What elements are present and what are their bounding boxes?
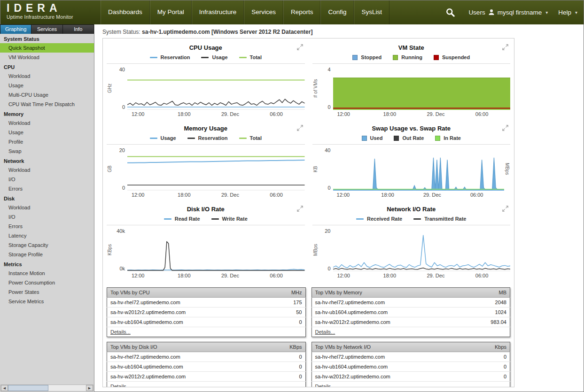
vm-name: sa-hv-rhel72.uptimedemo.com (107, 352, 268, 362)
sidebar-section-memory: Memory (0, 109, 94, 118)
scrollbar-track[interactable] (8, 385, 86, 391)
vm-value: 175 (271, 298, 305, 307)
main-nav: DashboardsMy PortalInfrastructureService… (101, 0, 389, 24)
nav-item-my-portal[interactable]: My Portal (150, 0, 192, 24)
chart-canvas (127, 228, 305, 271)
nav-item-config[interactable]: Config (320, 0, 354, 24)
sidebar-item-multi-cpu-usage[interactable]: Multi-CPU Usage (0, 90, 94, 100)
search-icon[interactable] (445, 8, 455, 17)
sidebar-item-vm-workload[interactable]: VM Workload (0, 53, 94, 62)
y-axis-label: KB (312, 147, 319, 191)
sidebar-horizontal-scrollbar[interactable]: ◀ ▶ (0, 384, 93, 392)
y-tick-label: 0 (122, 104, 125, 110)
sidebar-item-profile[interactable]: Profile (0, 137, 94, 146)
sidebar-item-i-o[interactable]: I/O (0, 212, 94, 222)
users-menu[interactable]: Users (468, 9, 485, 16)
vm-value: 1024 (467, 307, 510, 317)
sidebar-item-workload[interactable]: Workload (0, 165, 94, 175)
status-label: System Status: (102, 29, 140, 35)
sidebar-item-storage-profile[interactable]: Storage Profile (0, 250, 94, 259)
expand-icon[interactable] (297, 206, 303, 212)
nav-item-services[interactable]: Services (244, 0, 283, 24)
x-tick-label: 06:00 (270, 192, 283, 198)
scroll-right-button[interactable]: ▶ (86, 385, 93, 391)
sidebar-item-power-states[interactable]: Power States (0, 287, 94, 297)
table-row: sa-hv-w2012r2.uptimedemo.com50 (107, 307, 306, 317)
x-tick-label: 12:00 (337, 273, 350, 278)
table-top-vms-by-cpu: Top VMs by CPUMHzsa-hv-rhel72.uptimedemo… (107, 287, 306, 337)
legend-label: Total (250, 135, 262, 141)
details-link[interactable]: Details... (110, 384, 131, 387)
nav-item-reports[interactable]: Reports (283, 0, 320, 24)
sidebar-tab-services[interactable]: Services (31, 25, 62, 34)
legend-item-usage: Usage (150, 135, 176, 141)
legend-marker (413, 218, 421, 220)
nav-item-infrastructure[interactable]: Infrastructure (192, 0, 244, 24)
expand-icon[interactable] (502, 206, 508, 212)
scroll-left-button[interactable]: ◀ (1, 385, 8, 391)
legend-item-running: Running (393, 54, 422, 60)
legend-label: Transmitted Rate (424, 216, 466, 222)
sidebar-item-service-metrics[interactable]: Service Metrics (0, 297, 94, 306)
table-header-row: Top VMs by Network I/OKbps (311, 342, 510, 352)
x-axis-ticks: 12:0018:0029. Dec06:00 (333, 111, 511, 119)
sidebar-item-storage-capacity[interactable]: Storage Capacity (0, 240, 94, 250)
table-row: sa-hv-ub1604.uptimedemo.com0 (107, 317, 306, 327)
details-cell: Details... (311, 327, 510, 337)
help-menu[interactable]: Help (558, 9, 571, 16)
x-axis-ticks: 12:0018:0029. Dec06:00 (127, 192, 305, 200)
details-link[interactable]: Details... (110, 329, 131, 335)
nav-item-dashboards[interactable]: Dashboards (101, 0, 150, 24)
sidebar-tab-info[interactable]: Info (63, 25, 93, 34)
legend-label: Usage (212, 54, 227, 60)
tables-grid: Top VMs by CPUMHzsa-hv-rhel72.uptimedemo… (106, 287, 511, 387)
sidebar-item-latency[interactable]: Latency (0, 231, 94, 240)
vm-name: sa-hv-ub1604.uptimedemo.com (107, 317, 271, 327)
sidebar-item-usage[interactable]: Usage (0, 128, 94, 137)
sidebar-item-cpu-wait-time-per-dispatch[interactable]: CPU Wait Time Per Dispatch (0, 100, 94, 109)
sidebar-item-errors[interactable]: Errors (0, 184, 94, 193)
table-row: sa-hv-rhel72.uptimedemo.com0 (107, 352, 306, 362)
y-tick-label: 40 (119, 67, 125, 72)
sidebar-item-errors[interactable]: Errors (0, 222, 94, 231)
expand-icon[interactable] (297, 125, 303, 131)
y-tick-label: 20 (325, 228, 330, 234)
x-tick-label: 18:00 (178, 111, 191, 117)
sidebar-tab-graphing[interactable]: Graphing (0, 25, 31, 34)
nav-item-syslist[interactable]: SysList (354, 0, 389, 24)
legend-marker (211, 218, 219, 220)
expand-icon[interactable] (297, 44, 303, 50)
user-account-menu[interactable]: mysql firstname (498, 9, 542, 16)
chart-legend: UsageReservationTotal (107, 135, 305, 144)
idera-logo[interactable]: IDERA Uptime Infrastructure Monitor (0, 0, 101, 24)
quick-snapshot-panel: CPU UsageReservationUsageTotalGHz40012:0… (102, 38, 514, 387)
vm-value: 0 (473, 352, 510, 362)
legend-label: Stopped (361, 54, 382, 60)
vm-name: sa-hv-w2012r2.uptimedemo.com (107, 307, 271, 317)
table-row: sa-hv-w2012r2.uptimedemo.com0 (107, 372, 306, 382)
sidebar-item-i-o[interactable]: I/O (0, 175, 94, 184)
sidebar-item-quick-snapshot[interactable]: Quick Snapshot (0, 43, 94, 53)
scrollbar-thumb[interactable] (8, 385, 48, 391)
expand-icon[interactable] (502, 44, 508, 50)
x-tick-label: 06:00 (270, 273, 283, 278)
sidebar-item-workload[interactable]: Workload (0, 71, 94, 81)
vm-value: 0 (271, 317, 305, 327)
x-tick-label: 18:00 (381, 192, 394, 198)
sidebar-item-workload[interactable]: Workload (0, 203, 94, 212)
expand-icon[interactable] (502, 125, 508, 131)
x-tick-label: 12:00 (132, 111, 145, 117)
sidebar-item-workload[interactable]: Workload (0, 118, 94, 128)
sidebar-tabs: GraphingServicesInfo (0, 24, 94, 34)
details-link[interactable]: Details... (315, 384, 335, 387)
sidebar-item-instance-motion[interactable]: Instance Motion (0, 269, 94, 278)
details-link[interactable]: Details... (315, 329, 335, 335)
table-row: sa-hv-w2012r2.uptimedemo.com0 (311, 372, 510, 382)
chart-network-i-o-rate: Network I/O RateReceived RateTransmitted… (311, 202, 512, 283)
legend-item-used: Used (362, 135, 383, 141)
sidebar-item-usage[interactable]: Usage (0, 81, 94, 90)
sidebar-item-power-consumption[interactable]: Power Consumption (0, 278, 94, 287)
table-title: Top VMs by Network I/O (311, 342, 473, 352)
sidebar-item-swap[interactable]: Swap (0, 146, 94, 156)
table-row: sa-hv-w2012r2.uptimedemo.com983.04 (311, 317, 510, 327)
